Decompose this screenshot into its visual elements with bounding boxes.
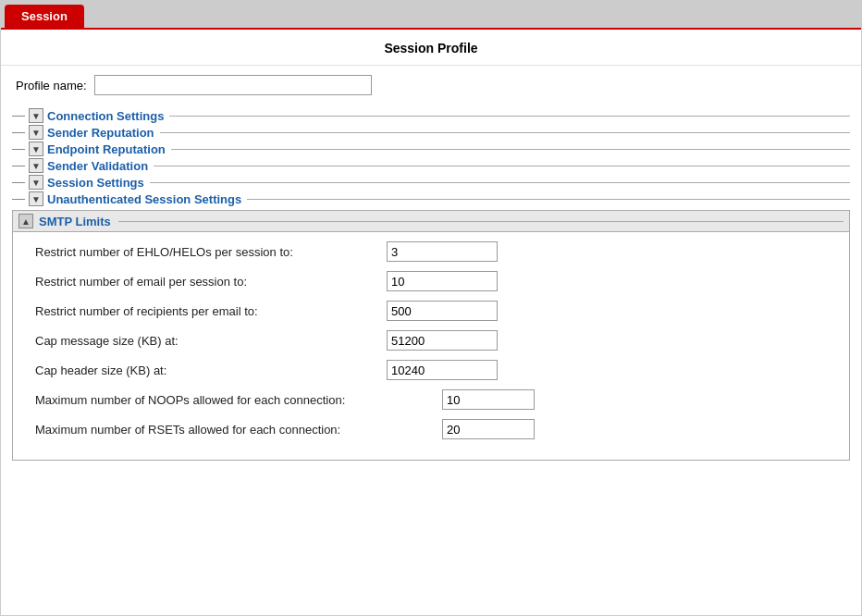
profile-name-row: Profile name: xyxy=(12,75,850,95)
smtp-cap-header-row: Cap header size (KB) at: xyxy=(35,360,834,380)
session-settings-title: Session Settings xyxy=(47,176,144,190)
smtp-recipients-input[interactable] xyxy=(387,301,498,321)
endpoint-reputation-toggle[interactable]: ▼ xyxy=(29,142,43,156)
section-line-right-2 xyxy=(160,132,850,133)
section-line-left xyxy=(12,116,25,117)
profile-name-input[interactable] xyxy=(94,75,372,95)
connection-settings-title: Connection Settings xyxy=(47,109,164,123)
smtp-recipients-label: Restrict number of recipients per email … xyxy=(35,304,387,318)
smtp-noops-row: Maximum number of NOOPs allowed for each… xyxy=(35,389,834,410)
smtp-rsets-input[interactable] xyxy=(442,419,535,439)
connection-settings-toggle[interactable]: ▼ xyxy=(29,108,43,123)
smtp-email-session-row: Restrict number of email per session to: xyxy=(35,271,834,291)
section-session-settings: ▼ Session Settings xyxy=(12,175,850,190)
section-sender-reputation: ▼ Sender Reputation xyxy=(12,125,850,140)
smtp-noops-label: Maximum number of NOOPs allowed for each… xyxy=(35,393,442,407)
section-line-left-4 xyxy=(12,166,25,166)
section-sender-validation: ▼ Sender Validation xyxy=(12,158,850,173)
section-connection-settings: ▼ Connection Settings xyxy=(12,108,850,123)
smtp-cap-message-input[interactable] xyxy=(387,330,498,351)
smtp-limits-body: Restrict number of EHLO/HELOs per sessio… xyxy=(13,232,849,460)
section-line-right-4 xyxy=(154,166,850,166)
page-title: Session Profile xyxy=(1,30,861,66)
section-unauthenticated-session-settings: ▼ Unauthenticated Session Settings xyxy=(12,191,850,206)
smtp-ehlo-row: Restrict number of EHLO/HELOs per sessio… xyxy=(35,241,834,262)
section-line-right-6 xyxy=(247,199,850,200)
section-endpoint-reputation: ▼ Endpoint Reputation xyxy=(12,142,850,156)
smtp-cap-header-input[interactable] xyxy=(387,360,498,380)
smtp-rsets-label: Maximum number of RSETs allowed for each… xyxy=(35,423,442,437)
smtp-cap-message-row: Cap message size (KB) at: xyxy=(35,330,834,351)
unauthenticated-session-settings-toggle[interactable]: ▼ xyxy=(29,191,43,206)
sender-validation-title: Sender Validation xyxy=(47,159,148,173)
sender-validation-toggle[interactable]: ▼ xyxy=(29,158,43,173)
endpoint-reputation-title: Endpoint Reputation xyxy=(47,142,166,156)
smtp-ehlo-label: Restrict number of EHLO/HELOs per sessio… xyxy=(35,245,387,259)
smtp-cap-header-label: Cap header size (KB) at: xyxy=(35,363,387,377)
smtp-limits-header: ▲ SMTP Limits xyxy=(13,211,849,232)
section-line-right xyxy=(169,116,850,117)
section-line-right-3 xyxy=(171,149,850,150)
smtp-noops-input[interactable] xyxy=(442,389,535,410)
smtp-ehlo-input[interactable] xyxy=(387,241,498,262)
smtp-email-session-label: Restrict number of email per session to: xyxy=(35,275,387,289)
section-line-left-5 xyxy=(12,182,25,183)
smtp-cap-message-label: Cap message size (KB) at: xyxy=(35,334,387,348)
session-settings-toggle[interactable]: ▼ xyxy=(29,175,43,190)
smtp-rsets-row: Maximum number of RSETs allowed for each… xyxy=(35,419,834,439)
app-container: Session Session Profile Profile name: ▼ … xyxy=(0,0,862,616)
section-line-right-5 xyxy=(150,182,850,183)
tab-session[interactable]: Session xyxy=(5,5,84,28)
section-line-left-3 xyxy=(12,149,25,150)
smtp-limits-toggle[interactable]: ▲ xyxy=(18,214,33,228)
sender-reputation-toggle[interactable]: ▼ xyxy=(29,125,43,140)
smtp-line-right xyxy=(118,221,844,222)
section-line-left-2 xyxy=(12,132,25,133)
profile-name-label: Profile name: xyxy=(16,79,87,92)
smtp-limits-title: SMTP Limits xyxy=(39,215,111,228)
section-line-left-6 xyxy=(12,199,25,200)
smtp-email-session-input[interactable] xyxy=(387,271,498,291)
sender-reputation-title: Sender Reputation xyxy=(47,126,154,140)
smtp-recipients-row: Restrict number of recipients per email … xyxy=(35,301,834,321)
unauthenticated-session-settings-title: Unauthenticated Session Settings xyxy=(47,192,241,206)
tab-bar: Session xyxy=(1,1,861,30)
content-area: Profile name: ▼ Connection Settings ▼ Se… xyxy=(1,66,861,487)
smtp-limits-section: ▲ SMTP Limits Restrict number of EHLO/HE… xyxy=(12,210,850,461)
